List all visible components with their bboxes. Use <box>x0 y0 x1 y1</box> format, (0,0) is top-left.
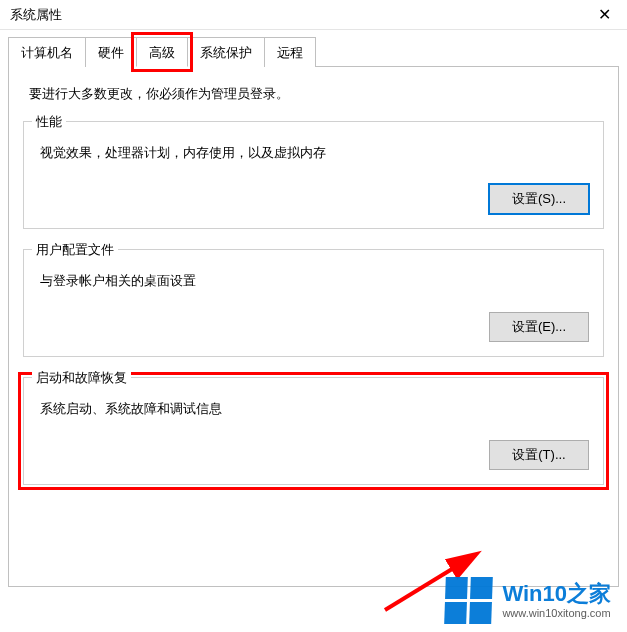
group-performance: 性能 视觉效果，处理器计划，内存使用，以及虚拟内存 设置(S)... <box>23 121 604 229</box>
watermark: Win10之家 www.win10xitong.com <box>445 577 611 624</box>
group-user-profile-desc: 与登录帐户相关的桌面设置 <box>40 272 589 290</box>
admin-notice: 要进行大多数更改，你必须作为管理员登录。 <box>29 85 604 103</box>
tab-panel-advanced: 要进行大多数更改，你必须作为管理员登录。 性能 视觉效果，处理器计划，内存使用，… <box>8 67 619 587</box>
tab-computer-name[interactable]: 计算机名 <box>8 37 86 67</box>
close-icon: ✕ <box>598 5 611 24</box>
close-button[interactable]: ✕ <box>582 0 627 30</box>
group-startup-recovery-title: 启动和故障恢复 <box>32 369 131 387</box>
tab-advanced[interactable]: 高级 <box>136 37 188 67</box>
startup-recovery-settings-button[interactable]: 设置(T)... <box>489 440 589 470</box>
group-user-profile-title: 用户配置文件 <box>32 241 118 259</box>
performance-settings-button[interactable]: 设置(S)... <box>489 184 589 214</box>
title-bar: 系统属性 ✕ <box>0 0 627 30</box>
group-user-profile: 用户配置文件 与登录帐户相关的桌面设置 设置(E)... <box>23 249 604 357</box>
window-title: 系统属性 <box>10 6 62 24</box>
watermark-main: Win10之家 <box>502 582 611 606</box>
tab-remote[interactable]: 远程 <box>264 37 316 67</box>
tab-strip: 计算机名 硬件 高级 系统保护 远程 <box>8 36 619 67</box>
watermark-sub: www.win10xitong.com <box>502 607 611 619</box>
group-performance-desc: 视觉效果，处理器计划，内存使用，以及虚拟内存 <box>40 144 589 162</box>
windows-logo-icon <box>445 577 494 624</box>
dialog-content: 计算机名 硬件 高级 系统保护 远程 要进行大多数更改，你必须作为管理员登录。 … <box>0 30 627 587</box>
watermark-text: Win10之家 www.win10xitong.com <box>502 582 611 618</box>
group-performance-title: 性能 <box>32 113 66 131</box>
group-startup-recovery: 启动和故障恢复 系统启动、系统故障和调试信息 设置(T)... <box>23 377 604 485</box>
user-profile-settings-button[interactable]: 设置(E)... <box>489 312 589 342</box>
group-startup-recovery-desc: 系统启动、系统故障和调试信息 <box>40 400 589 418</box>
tab-system-protection[interactable]: 系统保护 <box>187 37 265 67</box>
tab-hardware[interactable]: 硬件 <box>85 37 137 67</box>
